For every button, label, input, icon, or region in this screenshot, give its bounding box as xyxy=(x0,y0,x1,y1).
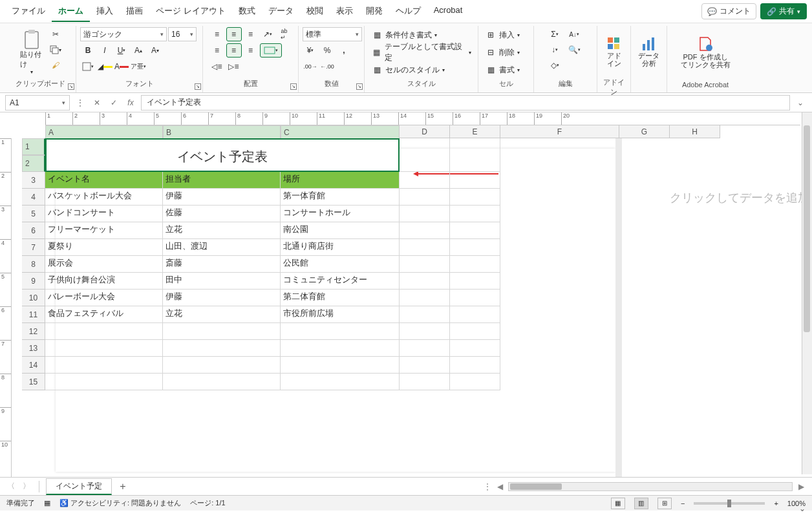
cell[interactable]: 子供向け舞台公演 xyxy=(45,273,163,290)
cell[interactable] xyxy=(281,374,400,390)
cell[interactable] xyxy=(163,357,281,374)
font-color-button[interactable]: A xyxy=(114,59,129,74)
expand-formula-button[interactable]: ⌄ xyxy=(794,98,807,107)
cell[interactable] xyxy=(163,323,281,340)
number-dialog-launcher[interactable]: ↘ xyxy=(356,83,363,90)
add-sheet-button[interactable]: + xyxy=(116,481,130,492)
menu-tab-データ[interactable]: データ xyxy=(262,1,300,22)
cell[interactable] xyxy=(163,340,281,357)
percent-button[interactable]: % xyxy=(319,43,335,58)
cell[interactable]: 第一体育館 xyxy=(281,189,400,206)
bold-button[interactable]: B xyxy=(80,43,96,58)
autosum-button[interactable]: Σ▾ xyxy=(547,27,562,41)
sheet-tab-active[interactable]: イベント予定 xyxy=(46,478,112,495)
cell[interactable]: 南公園 xyxy=(281,222,400,239)
cell[interactable]: 伊藤 xyxy=(163,290,281,306)
col-header-D[interactable]: D xyxy=(400,125,450,138)
clear-button[interactable]: ◇▾ xyxy=(547,58,562,72)
row-header-15[interactable]: 15 xyxy=(22,374,45,390)
cut-button[interactable]: ✂ xyxy=(48,27,63,41)
cancel-formula-button[interactable]: ✕ xyxy=(91,98,103,107)
cell[interactable] xyxy=(450,290,500,306)
decrease-font-button[interactable]: A▾ xyxy=(147,43,163,58)
cell[interactable]: 山田、渡辺 xyxy=(163,239,281,256)
cell[interactable] xyxy=(450,239,500,256)
align-left-button[interactable]: ≡ xyxy=(209,43,225,58)
cell[interactable] xyxy=(400,306,450,323)
find-select-button[interactable]: 🔍▾ xyxy=(564,43,584,57)
row-header-4[interactable]: 4 xyxy=(22,189,45,206)
col-header-C[interactable]: C xyxy=(281,125,400,140)
cell[interactable] xyxy=(281,357,400,374)
comma-button[interactable]: , xyxy=(336,43,352,58)
underline-button[interactable]: U▾ xyxy=(114,43,129,58)
cell[interactable]: 北通り商店街 xyxy=(281,239,400,256)
font-size-select[interactable]: 16▾ xyxy=(168,27,197,41)
align-middle-button[interactable]: ≡ xyxy=(226,27,242,41)
menu-tab-表示[interactable]: 表示 xyxy=(330,1,359,22)
cell[interactable]: イベント名 xyxy=(45,172,163,189)
col-header-A[interactable]: A xyxy=(45,125,163,140)
zoom-in-button[interactable]: + xyxy=(774,500,778,507)
view-page-break-button[interactable]: ⊞ xyxy=(657,498,672,509)
cell-styles-button[interactable]: ▦セルのスタイル▾ xyxy=(369,62,447,78)
name-box[interactable]: A1▾ xyxy=(5,95,70,111)
cell[interactable] xyxy=(400,206,450,222)
format-cells-button[interactable]: ▦書式▾ xyxy=(482,62,522,78)
conditional-formatting-button[interactable]: ▦条件付き書式▾ xyxy=(369,27,440,43)
col-header-F[interactable]: F xyxy=(500,125,619,138)
cell[interactable] xyxy=(45,357,163,374)
row-header-3[interactable]: 3 xyxy=(22,172,45,189)
cell[interactable] xyxy=(281,323,400,340)
increase-font-button[interactable]: A▴ xyxy=(131,43,146,58)
orientation-button[interactable]: ↗▾ xyxy=(260,27,275,41)
menu-tab-開発[interactable]: 開発 xyxy=(359,1,389,22)
row-header-14[interactable]: 14 xyxy=(22,357,45,374)
acrobat-pdf-button[interactable]: PDF を作成し てリンクを共有 xyxy=(673,27,738,76)
sort-filter-button[interactable]: A↓▾ xyxy=(564,27,584,41)
border-button[interactable]: ▾ xyxy=(80,59,96,74)
cell[interactable] xyxy=(400,172,450,189)
cell[interactable] xyxy=(450,189,500,206)
comment-button[interactable]: 💬 コメント xyxy=(701,3,756,19)
cell[interactable] xyxy=(400,374,450,390)
row-header-2[interactable]: 2 xyxy=(22,155,45,172)
view-normal-button[interactable]: ▦ xyxy=(611,498,625,509)
cell[interactable]: バスケットボール大会 xyxy=(45,189,163,206)
row-header-9[interactable]: 9 xyxy=(22,273,45,290)
row-header-1[interactable]: 1 xyxy=(22,138,45,155)
currency-button[interactable]: ¥▾ xyxy=(303,43,318,58)
cell[interactable]: 立花 xyxy=(163,222,281,239)
enter-formula-button[interactable]: ✓ xyxy=(107,98,120,107)
number-format-select[interactable]: 標準▾ xyxy=(303,27,362,41)
cell[interactable]: 公民館 xyxy=(281,256,400,273)
phonetic-button[interactable]: ア亜▾ xyxy=(131,59,146,74)
col-header-E[interactable]: E xyxy=(450,125,500,138)
row-header-7[interactable]: 7 xyxy=(22,239,45,256)
menu-tab-ページ レイアウト[interactable]: ページ レイアウト xyxy=(149,1,232,22)
horizontal-scrollbar[interactable] xyxy=(508,482,793,491)
cell[interactable]: 第二体育館 xyxy=(281,290,400,306)
align-center-button[interactable]: ≡ xyxy=(226,43,242,58)
zoom-out-button[interactable]: − xyxy=(681,500,685,507)
macro-icon[interactable]: ▦ xyxy=(44,499,50,507)
hscroll-thumb[interactable] xyxy=(510,483,562,490)
align-bottom-button[interactable]: ≡ xyxy=(243,27,259,41)
menu-tab-Acrobat[interactable]: Acrobat xyxy=(427,1,469,22)
row-header-8[interactable]: 8 xyxy=(22,256,45,273)
row-header-5[interactable]: 5 xyxy=(22,206,45,222)
format-as-table-button[interactable]: ▦テーブルとして書式設定▾ xyxy=(369,45,474,60)
row-header-11[interactable]: 11 xyxy=(22,306,45,323)
menu-tab-描画[interactable]: 描画 xyxy=(120,1,149,22)
cell[interactable] xyxy=(281,340,400,357)
insert-cells-button[interactable]: ⊞挿入▾ xyxy=(482,27,522,43)
cell[interactable]: 場所 xyxy=(281,172,400,189)
tab-options-icon[interactable]: ⋮ xyxy=(484,482,491,491)
hscroll-left[interactable]: ◀ xyxy=(494,482,506,491)
cell[interactable] xyxy=(450,306,500,323)
row-header-6[interactable]: 6 xyxy=(22,222,45,239)
data-analysis-button[interactable]: データ 分析 xyxy=(635,27,663,76)
cell[interactable] xyxy=(45,340,163,357)
row-header-12[interactable]: 12 xyxy=(22,323,45,340)
cell[interactable]: バンドコンサート xyxy=(45,206,163,222)
